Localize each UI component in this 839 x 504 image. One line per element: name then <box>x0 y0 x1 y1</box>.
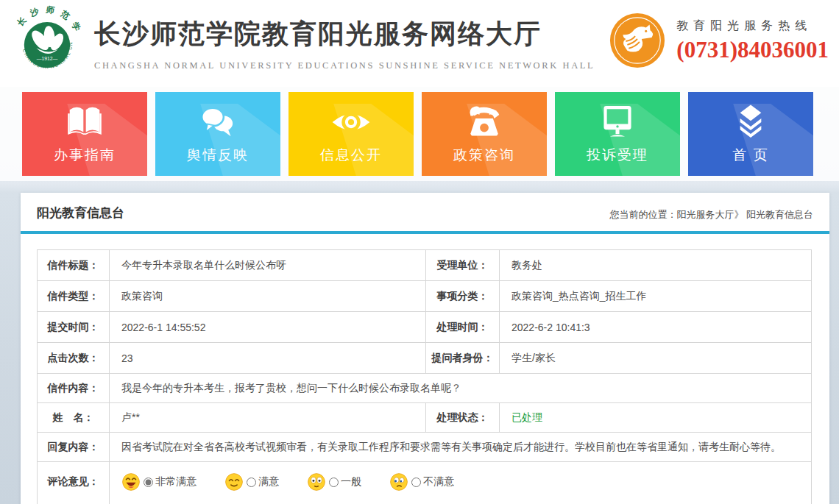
letter-content-label: 信件内容： <box>38 374 110 403</box>
feedback-options: 非常满意 满意 <box>121 472 799 491</box>
hotline-label: 教育阳光服务热线 <box>676 18 829 34</box>
reply-value: 因省考试院在对全省各高校考试视频审看，有关录取工作程序和要求需等有关事项确定后才… <box>110 433 812 462</box>
table-row: 信件类型： 政策咨询 事项分类： 政策咨询_热点咨询_招生工作 <box>38 281 812 312</box>
nav-tile-policy[interactable]: 政策咨询 <box>422 92 547 176</box>
nav-tile-guide[interactable]: 办事指南 <box>22 92 147 176</box>
nav-tile-label: 首 页 <box>732 146 768 165</box>
neutral-emoji <box>307 472 326 491</box>
identity-label: 提问者身份： <box>426 343 500 374</box>
chat-bubbles-icon <box>197 102 238 143</box>
feedback-option-very-satisfied[interactable]: 非常满意 <box>121 472 197 491</box>
laugh-emoji <box>121 472 141 491</box>
university-logo: 长沙师范学院 CHANGSHA NORMAL UNIVERSITY —1912— <box>9 5 85 82</box>
submit-time-value: 2022-6-1 14:55:52 <box>110 312 426 343</box>
very-satisfied-radio[interactable] <box>144 478 153 487</box>
nav-tile-label: 政策咨询 <box>453 146 515 165</box>
table-row: 提交时间： 2022-6-1 14:55:52 处理时间： 2022-6-2 1… <box>38 312 812 343</box>
name-label: 姓 名： <box>38 403 110 433</box>
accept-unit-value: 教务处 <box>500 250 812 281</box>
category-value: 政策咨询_热点咨询_招生工作 <box>500 281 812 312</box>
feedback-option-neutral[interactable]: 一般 <box>307 472 361 491</box>
table-row: 评论意见： 非 <box>38 462 812 504</box>
hotline-number: (0731)84036001 <box>676 37 829 63</box>
status-badge: 已处理 <box>500 403 812 433</box>
reply-label: 回复内容： <box>38 433 110 462</box>
content-card: 阳光教育信息台 您当前的位置：阳光服务大厅》 阳光教育信息台 信件标题： 今年专… <box>21 193 829 504</box>
nav-tile-opinion[interactable]: 舆情反映 <box>155 92 280 176</box>
table-row: 点击次数： 23 提问者身份： 学生/家长 <box>38 343 812 374</box>
nav-tile-label: 办事指南 <box>54 146 116 165</box>
table-row: 回复内容： 因省考试院在对全省各高校考试视频审看，有关录取工作程序和要求需等有关… <box>38 433 812 462</box>
feedback-label: 评论意见： <box>38 462 110 504</box>
breadcrumb[interactable]: 您当前的位置：阳光服务大厅》 阳光教育信息台 <box>609 208 813 221</box>
page-title: 阳光教育信息台 <box>37 205 124 221</box>
letter-content-value: 我是今年的专升本考生，报考了贵校，想问一下什么时候公布录取名单呢？ <box>110 374 812 403</box>
feedback-option-label: 满意 <box>258 475 279 489</box>
feedback-option-label: 不满意 <box>423 475 454 489</box>
letter-title-value: 今年专升本录取名单什么时候公布呀 <box>110 250 426 281</box>
clicks-label: 点击次数： <box>38 343 110 374</box>
svg-text:—1912—: —1912— <box>37 56 58 61</box>
feedback-cell: 非常满意 满意 <box>110 462 812 504</box>
satisfied-radio[interactable] <box>247 478 256 487</box>
site-header: 长沙师范学院 CHANGSHA NORMAL UNIVERSITY —1912—… <box>0 0 839 87</box>
nav-tile-label: 信息公开 <box>320 146 382 165</box>
monitor-icon <box>598 102 637 143</box>
status-label: 处理状态： <box>426 403 500 433</box>
hotline-logo-icon <box>609 12 666 69</box>
site-subtitle: CHANGSHA NORMAL UNIVERSITY EDUCATIONS SU… <box>94 60 595 71</box>
process-time-value: 2022-6-2 10:41:3 <box>500 312 812 343</box>
neutral-radio[interactable] <box>329 478 339 487</box>
eye-icon <box>330 102 372 143</box>
accept-unit-label: 受理单位： <box>426 250 500 281</box>
hotline: 教育阳光服务热线 (0731)84036001 <box>609 12 829 69</box>
smile-emoji <box>224 472 244 491</box>
main-nav: 办事指南 舆情反映 <box>0 87 839 181</box>
submit-time-label: 提交时间： <box>38 312 110 343</box>
frown-emoji <box>389 472 408 491</box>
letter-title-label: 信件标题： <box>38 250 110 281</box>
table-row: 姓 名： 卢** 处理状态： 已处理 <box>38 403 812 433</box>
feedback-option-satisfied[interactable]: 满意 <box>224 472 279 491</box>
nav-tile-home[interactable]: 首 页 <box>688 92 813 176</box>
phone-icon <box>464 102 504 143</box>
letter-type-value: 政策咨询 <box>110 281 426 312</box>
category-label: 事项分类： <box>426 281 500 312</box>
name-value: 卢** <box>110 403 426 433</box>
process-time-label: 处理时间： <box>426 312 500 343</box>
book-icon <box>65 102 105 143</box>
table-row: 信件标题： 今年专升本录取名单什么时候公布呀 受理单位： 教务处 <box>38 250 812 281</box>
nav-tile-complaint[interactable]: 投诉受理 <box>555 92 680 176</box>
letter-detail-table: 信件标题： 今年专升本录取名单什么时候公布呀 受理单位： 教务处 信件类型： 政… <box>37 249 812 504</box>
layers-icon <box>731 102 771 143</box>
table-row: 信件内容： 我是今年的专升本考生，报考了贵校，想问一下什么时候公布录取名单呢？ <box>38 374 812 403</box>
nav-tile-label: 舆情反映 <box>187 146 249 165</box>
feedback-option-label: 一般 <box>341 475 361 489</box>
letter-type-label: 信件类型： <box>38 281 110 312</box>
feedback-option-label: 非常满意 <box>155 475 197 489</box>
site-title: 长沙师范学院教育阳光服务网络大厅 <box>94 16 595 52</box>
section-divider <box>21 231 829 234</box>
nav-tile-info[interactable]: 信息公开 <box>288 92 414 176</box>
feedback-option-unsatisfied[interactable]: 不满意 <box>389 472 454 491</box>
clicks-value: 23 <box>110 343 426 374</box>
nav-tile-label: 投诉受理 <box>587 146 648 165</box>
unsatisfied-radio[interactable] <box>411 478 421 487</box>
identity-value: 学生/家长 <box>500 343 812 374</box>
